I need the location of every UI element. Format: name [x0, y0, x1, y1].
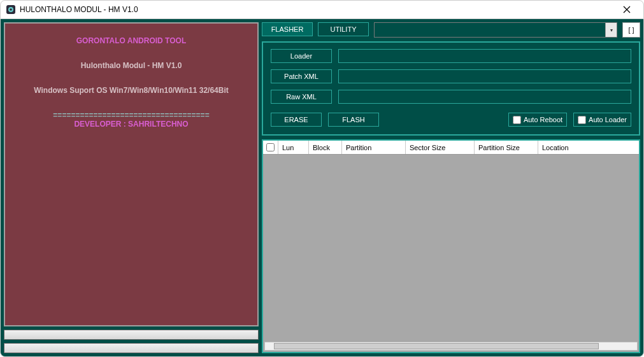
info-heading: GORONTALO ANDROID TOOL	[11, 36, 251, 45]
flash-button[interactable]: FLASH	[328, 113, 379, 127]
device-combo[interactable]: ▾	[374, 22, 617, 38]
progress-bar-1	[4, 330, 259, 340]
info-developer: DEVELOPER : SAHRILTECHNO	[11, 120, 251, 129]
col-location[interactable]: Location	[538, 141, 639, 154]
tab-utility[interactable]: UTILITY	[318, 22, 369, 36]
rawxml-button[interactable]: Raw XML	[271, 90, 332, 104]
partition-table: Lun Block Partition Sector Size Partitio…	[262, 139, 640, 353]
horizontal-scrollbar[interactable]	[264, 342, 638, 351]
right-column: FLASHER UTILITY ▾ [ ] Loader Patch XML R…	[262, 22, 640, 353]
col-sector[interactable]: Sector Size	[406, 141, 475, 154]
rawxml-input[interactable]	[338, 90, 631, 104]
patchxml-input[interactable]	[338, 69, 631, 83]
progress-bar-2	[4, 343, 259, 353]
auto-reboot-checkbox[interactable]: Auto Reboot	[508, 113, 567, 127]
left-column: GORONTALO ANDROID TOOL Hulonthalo Modul …	[4, 22, 259, 353]
col-lun[interactable]: Lun	[278, 141, 309, 154]
loader-input[interactable]	[338, 49, 631, 63]
app-icon	[6, 4, 16, 15]
erase-button[interactable]: ERASE	[271, 113, 322, 127]
tab-flasher[interactable]: FLASHER	[262, 22, 313, 36]
info-divider: ===================================	[11, 111, 251, 120]
loader-row: Loader	[271, 49, 631, 63]
table-header: Lun Block Partition Sector Size Partitio…	[263, 141, 639, 155]
chevron-down-icon[interactable]: ▾	[605, 23, 617, 37]
config-panel: Loader Patch XML Raw XML ERASE FLASH Aut…	[262, 41, 640, 136]
rawxml-row: Raw XML	[271, 90, 631, 104]
close-button[interactable]	[613, 1, 641, 18]
window-body: GORONTALO ANDROID TOOL Hulonthalo Modul …	[0, 19, 644, 357]
svg-point-2	[10, 8, 12, 11]
scroll-thumb[interactable]	[274, 343, 599, 349]
window-title: HULONTHALO MODUL - HM V1.0	[20, 5, 613, 14]
table-body	[263, 155, 639, 352]
action-row: ERASE FLASH Auto Reboot Auto Loader	[271, 113, 631, 127]
auto-loader-checkbox[interactable]: Auto Loader	[573, 113, 631, 127]
bracket-button[interactable]: [ ]	[622, 22, 640, 38]
info-subtitle: Hulonthalo Modul - HM V1.0	[11, 61, 251, 70]
info-panel: GORONTALO ANDROID TOOL Hulonthalo Modul …	[4, 22, 259, 326]
col-block[interactable]: Block	[309, 141, 342, 154]
loader-button[interactable]: Loader	[271, 49, 332, 63]
col-psize[interactable]: Partition Size	[475, 141, 538, 154]
titlebar: HULONTHALO MODUL - HM V1.0	[0, 0, 644, 19]
table-checkall[interactable]	[263, 141, 278, 154]
col-partition[interactable]: Partition	[342, 141, 406, 154]
top-row: FLASHER UTILITY ▾ [ ]	[262, 22, 640, 38]
info-support: Windows Suport OS Win7/Win8/Win10/Win11 …	[11, 86, 251, 95]
patchxml-row: Patch XML	[271, 69, 631, 83]
patchxml-button[interactable]: Patch XML	[271, 69, 332, 83]
